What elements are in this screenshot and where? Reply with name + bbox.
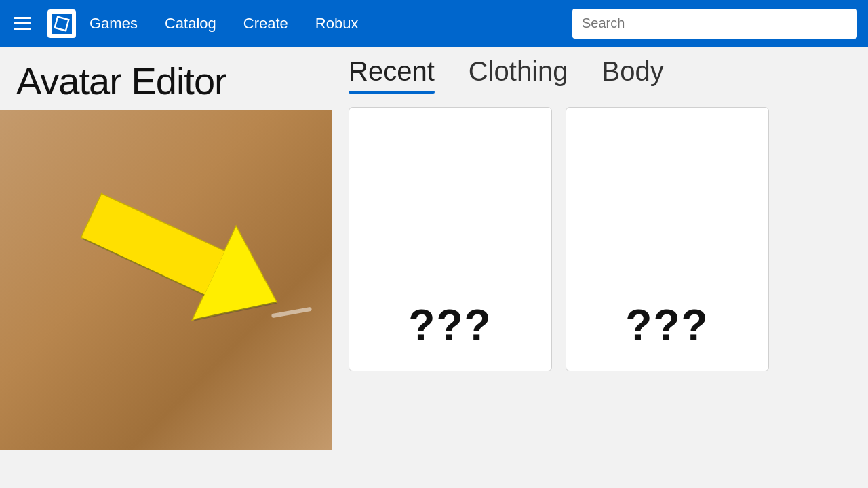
avatar-preview	[0, 110, 332, 450]
nav-create[interactable]: Create	[243, 15, 288, 33]
nav-games[interactable]: Games	[90, 15, 138, 33]
item-card-1[interactable]: ???	[349, 107, 552, 371]
search-input[interactable]	[582, 16, 848, 31]
search-container	[572, 9, 857, 39]
tabs: Recent Clothing Body	[349, 56, 852, 94]
item-card-1-label: ???	[408, 300, 492, 350]
svg-rect-7	[81, 195, 224, 295]
hamburger-button[interactable]	[11, 14, 34, 33]
tab-clothing[interactable]: Clothing	[469, 56, 568, 94]
tab-body[interactable]: Body	[602, 56, 664, 94]
item-card-2[interactable]: ???	[566, 107, 769, 371]
items-grid: ??? ???	[349, 107, 852, 371]
nav-links: Games Catalog Create Robux	[90, 15, 559, 33]
nav-robux[interactable]: Robux	[315, 15, 359, 33]
nav-catalog[interactable]: Catalog	[165, 15, 216, 33]
item-card-2-label: ???	[625, 300, 709, 350]
right-panel: Recent Clothing Body ??? ???	[332, 47, 868, 488]
roblox-logo[interactable]	[47, 9, 76, 38]
tab-recent[interactable]: Recent	[349, 56, 435, 94]
page-title: Avatar Editor	[0, 47, 332, 110]
hamburger-line-3	[14, 28, 31, 30]
hamburger-line-2	[14, 22, 31, 24]
main-content: Avatar Editor	[0, 47, 868, 488]
left-panel: Avatar Editor	[0, 47, 332, 488]
header: Games Catalog Create Robux	[0, 0, 868, 47]
roblox-logo-svg	[52, 14, 72, 34]
hamburger-line-1	[14, 17, 31, 19]
